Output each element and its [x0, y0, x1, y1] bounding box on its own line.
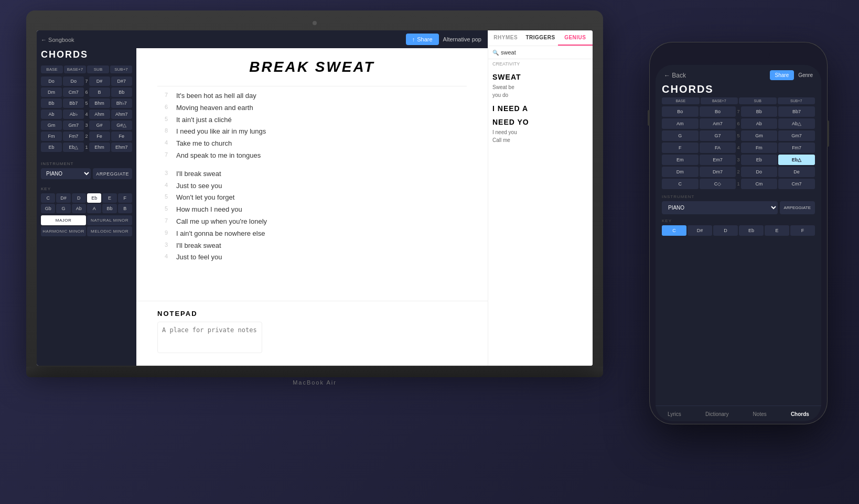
iphone-nav-lyrics[interactable]: Lyrics [668, 411, 681, 417]
chord-btn[interactable]: Ehm [89, 143, 110, 152]
chord-btn[interactable]: Gm [41, 120, 62, 130]
iphone-chord-tab-sub[interactable]: SUB [739, 97, 777, 104]
share-button[interactable]: ↑ Share [406, 34, 439, 45]
key-ab[interactable]: Ab [72, 204, 86, 213]
chord-btn[interactable]: Eb△ [63, 143, 84, 152]
iphone-chord-btn[interactable]: Do [741, 167, 778, 177]
iphone-share-button[interactable]: Share [770, 70, 794, 80]
iphone-chord-btn[interactable]: Bb [741, 106, 778, 117]
chord-btn[interactable]: Fe [89, 132, 110, 141]
tab-genius[interactable]: GENIUS [558, 30, 593, 46]
iphone-key-d-sharp[interactable]: D# [688, 225, 712, 236]
chord-btn[interactable]: Dm [41, 87, 62, 97]
iphone-chord-tab-base[interactable]: BASE [662, 97, 700, 104]
iphone-chord-btn[interactable]: FA [700, 143, 736, 153]
iphone-key-d[interactable]: D [713, 225, 738, 236]
iphone-key-e[interactable]: E [765, 225, 789, 236]
chord-btn[interactable]: Eb [41, 143, 62, 152]
iphone-chord-btn[interactable]: C [662, 179, 699, 189]
key-bb[interactable]: Bb [102, 204, 116, 213]
iphone-chord-btn[interactable]: G [662, 130, 699, 141]
scale-melodic-minor[interactable]: MELODIC MINOR [87, 226, 132, 236]
back-button[interactable]: ← Songbook [41, 37, 132, 43]
chord-tab-sub[interactable]: SUB [87, 65, 109, 73]
chord-btn[interactable]: Gm7 [63, 120, 84, 130]
chord-tab-base7[interactable]: BASE+7 [64, 65, 86, 73]
chord-tab-sub7[interactable]: SUB+7 [110, 65, 132, 73]
iphone-chord-btn[interactable]: Dm [662, 167, 699, 177]
iphone-chord-btn-highlighted[interactable]: Eb△ [778, 155, 815, 165]
key-d-sharp[interactable]: D# [56, 193, 70, 203]
key-g[interactable]: G [56, 204, 70, 213]
iphone-chord-btn[interactable]: Ab [741, 118, 778, 129]
iphone-key-c[interactable]: C [662, 225, 686, 236]
scale-harmonic-minor[interactable]: HARMONIC MINOR [41, 226, 86, 236]
iphone-chord-btn[interactable]: Cm7 [778, 179, 815, 189]
iphone-chord-btn[interactable]: Em [662, 155, 699, 165]
iphone-chord-btn[interactable]: Ab△ [778, 118, 815, 129]
iphone-chord-tab-base7[interactable]: BASE+7 [701, 97, 738, 104]
iphone-nav-notes[interactable]: Notes [753, 411, 767, 417]
tab-triggers[interactable]: TRIGGERS [523, 30, 557, 46]
chord-btn[interactable]: Bhm [89, 98, 110, 108]
iphone-chord-btn[interactable]: Fm [741, 143, 778, 153]
chord-btn[interactable]: Fm7 [63, 132, 84, 141]
key-b[interactable]: B [118, 204, 132, 213]
iphone-instrument-select[interactable]: PIANO [662, 201, 778, 214]
search-input[interactable] [501, 49, 588, 56]
chord-btn[interactable]: Ab♭ [63, 109, 84, 119]
chord-btn[interactable]: D#7 [111, 76, 132, 86]
iphone-chord-btn[interactable]: Em7 [700, 155, 736, 165]
iphone-chord-btn[interactable]: Cm [741, 179, 778, 189]
key-d[interactable]: D [72, 193, 86, 203]
iphone-chord-btn[interactable]: C◇ [700, 179, 736, 189]
iphone-key-f[interactable]: F [790, 225, 815, 236]
key-e[interactable]: E [102, 193, 116, 203]
iphone-back-button[interactable]: ← Back [664, 72, 686, 79]
iphone-chord-btn[interactable]: F [662, 143, 699, 153]
key-a[interactable]: A [87, 204, 101, 213]
iphone-chord-tab-sub7[interactable]: SUB+7 [778, 97, 815, 104]
iphone-chord-btn[interactable]: De [778, 167, 815, 177]
chord-btn[interactable]: Bb7 [63, 98, 84, 108]
iphone-chord-btn[interactable]: Eb [741, 155, 778, 165]
iphone-chord-btn[interactable]: Gm [741, 130, 778, 141]
chord-btn[interactable]: Bh♭7 [111, 98, 132, 108]
instrument-select[interactable]: PIANO [41, 168, 91, 179]
iphone-chord-btn[interactable]: Fm7 [778, 143, 815, 153]
chord-btn[interactable]: G#△ [111, 120, 132, 130]
chord-btn[interactable]: Do [41, 76, 62, 86]
chord-btn[interactable]: Bb [111, 87, 132, 97]
iphone-arpeggiate-button[interactable]: ARPEGGIATE [780, 201, 815, 214]
arpeggiate-button[interactable]: ARPEGGIATE [93, 168, 132, 179]
chord-btn[interactable]: B [89, 87, 110, 97]
iphone-chord-btn[interactable]: Am [662, 118, 699, 129]
scale-major[interactable]: MAJOR [41, 215, 86, 225]
key-c[interactable]: C [41, 193, 55, 203]
chord-btn[interactable]: Bb [41, 98, 62, 108]
chord-btn[interactable]: G# [89, 120, 110, 130]
chord-btn[interactable]: Cm7 [63, 87, 84, 97]
iphone-nav-dictionary[interactable]: Dictionary [705, 411, 728, 417]
chord-btn[interactable]: Fm [41, 132, 62, 141]
chord-tab-base[interactable]: BASE [41, 65, 63, 73]
chord-btn[interactable]: Ahm7 [111, 109, 132, 119]
chord-btn[interactable]: Fe [111, 132, 132, 141]
iphone-chord-btn[interactable]: G7 [700, 130, 736, 141]
key-eb[interactable]: Eb [87, 193, 101, 203]
chord-btn[interactable]: Ehm7 [111, 143, 132, 152]
tab-rhymes[interactable]: RHYMES [488, 30, 523, 46]
key-gb[interactable]: Gb [41, 204, 55, 213]
chord-btn[interactable]: Ab [41, 109, 62, 119]
chord-btn[interactable]: Ahm [89, 109, 110, 119]
iphone-chord-btn[interactable]: Bo [662, 106, 699, 117]
key-f[interactable]: F [118, 193, 132, 203]
iphone-chord-btn[interactable]: Bo [700, 106, 736, 117]
iphone-chord-btn[interactable]: Am7 [700, 118, 736, 129]
notepad-input[interactable] [157, 322, 262, 353]
iphone-key-eb[interactable]: Eb [739, 225, 764, 236]
chord-btn[interactable]: D# [89, 76, 110, 86]
chord-btn[interactable]: Do [63, 76, 84, 86]
iphone-chord-btn[interactable]: Bb7 [778, 106, 815, 117]
iphone-nav-chords[interactable]: Chords [791, 411, 809, 417]
